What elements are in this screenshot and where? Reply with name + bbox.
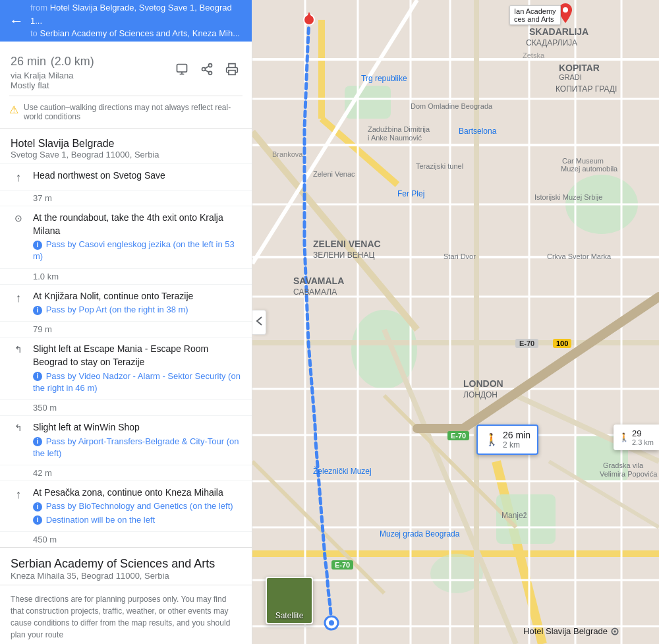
info-icon-6b: i xyxy=(33,515,42,525)
from-value: Hotel Slavija Belgrade, Svetog Save 1, B… xyxy=(30,3,232,26)
step-5: ↰ Slight left at WinWin Shop i Pass by A… xyxy=(0,415,252,465)
via-route: via Kralja Milana xyxy=(11,71,94,80)
info-icon-4: i xyxy=(33,372,42,381)
info-icon-3: i xyxy=(33,306,42,315)
footer-note: These directions are for planning purpos… xyxy=(0,585,252,644)
chevron-left-icon xyxy=(255,316,263,326)
hotel-label: Hotel Slavija Belgrade xyxy=(523,626,619,636)
step-2-content: At the roundabout, take the 4th exit ont… xyxy=(33,212,241,263)
step-6-main: At Pesačka zona, continue onto Kneza Mih… xyxy=(33,486,241,500)
duration-distance: (2.0 km) xyxy=(51,55,94,68)
from-label: from xyxy=(30,3,47,13)
step-3-main: At Knjižara Nolit, continue onto Terazij… xyxy=(33,290,241,303)
step-5-content: Slight left at WinWin Shop i Pass by Air… xyxy=(33,421,241,459)
step-1-distance: 37 m xyxy=(0,190,252,206)
step-3-icon: ↑ xyxy=(11,291,26,305)
step-3-info-text: Pass by Pop Art (on the right in 38 m) xyxy=(46,305,188,314)
satellite-button[interactable]: Satellite xyxy=(266,577,313,624)
step-5-distance: 42 m xyxy=(0,465,252,481)
bubble2-dist: 2.3 km xyxy=(632,438,654,446)
svg-point-3 xyxy=(209,71,212,74)
step-3: ↑ At Knjižara Nolit, continue onto Teraz… xyxy=(0,284,252,322)
step-6-info2-text: Destination will be on the left xyxy=(46,515,155,525)
destination-pin-icon xyxy=(559,3,572,23)
step-1-content: Head northwest on Svetog Save xyxy=(33,169,241,183)
svg-rect-0 xyxy=(177,64,187,72)
svg-point-50 xyxy=(329,620,334,626)
back-button[interactable]: ← xyxy=(9,13,24,30)
info-icon: i xyxy=(33,241,42,250)
destination-name: Serbian Academy of Sciences and Arts xyxy=(11,557,241,571)
label-100: 100 xyxy=(553,339,571,348)
svg-rect-6 xyxy=(252,0,659,644)
map-svg xyxy=(252,0,659,644)
step-1-main: Head northwest on Svetog Save xyxy=(33,169,241,183)
header: ← from Hotel Slavija Belgrade, Svetog Sa… xyxy=(0,0,252,42)
origin-name: Hotel Slavija Belgrade xyxy=(11,138,241,150)
toolbar-icons xyxy=(173,60,241,82)
step-3-content: At Knjižara Nolit, continue onto Terazij… xyxy=(33,290,241,316)
step-2-info: i Pass by Casovi engleskog jezika (on th… xyxy=(33,239,241,262)
terrain-info: Mostly flat xyxy=(11,80,94,90)
info-icon-5: i xyxy=(33,437,42,446)
step-6-info2: i Destination will be on the left xyxy=(33,514,241,526)
step-2: ⊙ At the roundabout, take the 4th exit o… xyxy=(0,206,252,268)
destination-address: Kneza Mihaila 35, Beograd 11000, Serbia xyxy=(11,571,241,581)
warning-icon: ⚠ xyxy=(9,103,18,116)
warning-box: ⚠ Use caution–walking directions may not… xyxy=(9,96,243,121)
step-4-main: Slight left at Escape Mania - Escape Roo… xyxy=(33,343,241,368)
step-4-info-text: Pass by Video Nadzor - Alarm - Sektor Se… xyxy=(33,371,241,393)
pin-button[interactable] xyxy=(173,60,191,82)
step-4: ↰ Slight left at Escape Mania - Escape R… xyxy=(0,337,252,399)
hotel-origin-icon xyxy=(610,627,619,636)
directions-panel: ← from Hotel Slavija Belgrade, Svetog Sa… xyxy=(0,0,252,644)
step-4-distance: 350 m xyxy=(0,399,252,415)
svg-point-2 xyxy=(202,67,206,71)
step-3-distance: 79 m xyxy=(0,321,252,337)
duration-bar: 26 min (2.0 km) via Kralja Milana Mostly… xyxy=(0,42,252,96)
duration-info: 26 min (2.0 km) via Kralja Milana Mostly… xyxy=(11,51,94,90)
step-4-icon: ↰ xyxy=(11,344,26,355)
svg-point-1 xyxy=(209,63,212,67)
origin-address: Svetog Save 1, Beograd 11000, Serbia xyxy=(11,150,241,160)
share-button[interactable] xyxy=(198,60,216,82)
step-2-distance: 1.0 km xyxy=(0,268,252,284)
step-5-icon: ↰ xyxy=(11,423,26,433)
label-e70-3: E-70 xyxy=(331,560,353,570)
step-5-info-text: Pass by Airport-Transfers-Belgrade & Cit… xyxy=(33,436,239,458)
hotel-name: Hotel Slavija Belgrade xyxy=(523,626,608,636)
to-label: to xyxy=(30,28,38,38)
route-summary: from Hotel Slavija Belgrade, Svetog Save… xyxy=(30,1,243,40)
academy-map-label: Ian Academyces and Arts xyxy=(509,5,561,25)
to-value: Serbian Academy of Sciences and Arts, Kn… xyxy=(40,28,240,38)
step-3-info: i Pass by Pop Art (on the right in 38 m) xyxy=(33,304,241,316)
destination-pin-area xyxy=(559,3,572,23)
map-panel: SKADARLIJA СКАДАРЛИЈА KOPITAR GRADI КОПИ… xyxy=(252,0,659,644)
academy-label-area: Ian Academyces and Arts xyxy=(509,5,561,25)
label-e70-1: E-70 xyxy=(515,339,538,348)
print-button[interactable] xyxy=(223,60,241,82)
step-6-info1: i Pass by BioTechnology and Genetics (on… xyxy=(33,500,241,512)
walk-icon-2: 🚶 xyxy=(619,432,629,442)
destination-header: Serbian Academy of Sciences and Arts Kne… xyxy=(0,547,252,585)
step-5-info: i Pass by Airport-Transfers-Belgrade & C… xyxy=(33,436,241,459)
step-2-info-text: Pass by Casovi engleskog jezika (on the … xyxy=(33,239,235,261)
step-6-info1-text: Pass by BioTechnology and Genetics (on t… xyxy=(46,501,233,511)
svg-point-53 xyxy=(563,7,568,13)
step-6-content: At Pesačka zona, continue onto Kneza Mih… xyxy=(33,486,241,526)
academy-label-text: Ian Academyces and Arts xyxy=(514,7,556,23)
duration-time: 26 min xyxy=(11,55,46,68)
step-6: ↑ At Pesačka zona, continue onto Kneza M… xyxy=(0,481,252,531)
svg-point-52 xyxy=(614,630,616,633)
step-4-info: i Pass by Video Nadzor - Alarm - Sektor … xyxy=(33,370,241,394)
collapse-panel-button[interactable] xyxy=(252,310,266,335)
bubble2-time: 29 xyxy=(632,428,654,438)
step-6-icon: ↑ xyxy=(11,488,26,502)
step-4-content: Slight left at Escape Mania - Escape Roo… xyxy=(33,343,241,394)
step-2-main: At the roundabout, take the 4th exit ont… xyxy=(33,212,241,237)
label-e70-2: E-70 xyxy=(447,431,469,440)
origin-header: Hotel Slavija Belgrade Svetog Save 1, Be… xyxy=(0,128,252,163)
bubble-time: 26 min xyxy=(503,430,530,440)
step-5-main: Slight left at WinWin Shop xyxy=(33,421,241,434)
duration-bubble2: 🚶 29 2.3 km xyxy=(614,424,659,450)
